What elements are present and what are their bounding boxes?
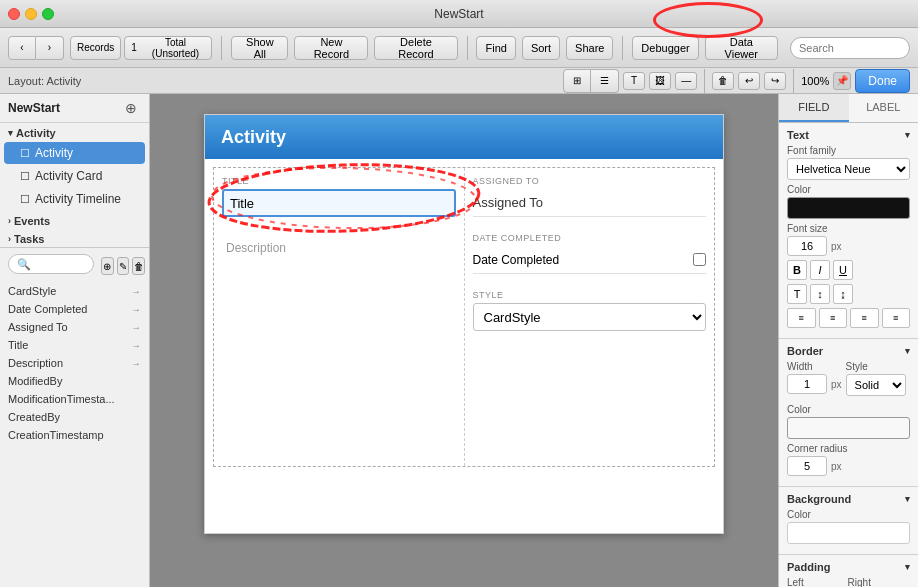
redo-button[interactable]: ↪	[764, 72, 786, 90]
padding-section-header[interactable]: Padding ▾	[787, 561, 910, 573]
background-section-header[interactable]: Background ▾	[787, 493, 910, 505]
border-color-swatch[interactable]	[787, 417, 910, 439]
fields-search-input[interactable]	[8, 254, 94, 274]
tab-label[interactable]: LABEL	[849, 94, 919, 122]
background-section-arrow: ▾	[905, 494, 910, 504]
field-item-createdby[interactable]: CreatedBy	[0, 408, 149, 426]
style-select[interactable]: CardStyle	[473, 303, 707, 331]
right-panel-tabs: FIELD LABEL	[779, 94, 918, 123]
line-height-button[interactable]: ↕	[810, 284, 830, 304]
sidebar-item-activity-timeline[interactable]: ☐ Activity Timeline	[4, 188, 145, 210]
done-button[interactable]: Done	[855, 69, 910, 93]
share-button[interactable]: Share	[566, 36, 613, 60]
sidebar-section-events[interactable]: › Events	[0, 211, 149, 229]
align-left-button[interactable]: ≡	[787, 308, 816, 328]
border-width-input[interactable]	[787, 374, 827, 394]
search-input[interactable]	[790, 37, 910, 59]
sidebar-section-tasks[interactable]: › Tasks	[0, 229, 149, 247]
text-section-header[interactable]: Text ▾	[787, 129, 910, 141]
grid-view-button[interactable]: ⊞	[563, 69, 591, 93]
font-family-select[interactable]: Helvetica Neue	[787, 158, 910, 180]
corner-radius-row: px	[787, 456, 910, 476]
sidebar-section-activity[interactable]: ▾ Activity	[0, 123, 149, 141]
debugger-button[interactable]: Debugger	[632, 36, 698, 60]
field-item-cardstyle[interactable]: CardStyle→	[0, 282, 149, 300]
description-field: Description	[222, 233, 456, 263]
corner-radius-input[interactable]	[787, 456, 827, 476]
zoom-pin-button[interactable]: 📌	[833, 72, 851, 90]
records-button[interactable]: Records	[70, 36, 121, 60]
sidebar-add-button[interactable]: ⊕	[125, 100, 141, 116]
sidebar-item-activity-card-label: Activity Card	[35, 169, 102, 183]
field-item-modifiedby[interactable]: ModifiedBy	[0, 372, 149, 390]
border-section-header[interactable]: Border ▾	[787, 345, 910, 357]
field-item-description[interactable]: Description→	[0, 354, 149, 372]
sidebar-item-activity-card[interactable]: ☐ Activity Card	[4, 165, 145, 187]
tasks-arrow-icon: ›	[8, 234, 11, 244]
right-panel: FIELD LABEL Text ▾ Font family Helvetica…	[778, 94, 918, 587]
align-center-button[interactable]: ≡	[819, 308, 848, 328]
delete-field-button[interactable]: 🗑	[132, 257, 145, 275]
underline-button[interactable]: U	[833, 260, 853, 280]
sep2	[467, 36, 468, 60]
font-size-label: Font size	[787, 223, 910, 234]
border-style-select[interactable]: Solid	[846, 374, 906, 396]
line-tool-button[interactable]: —	[675, 72, 697, 90]
text-tool-button[interactable]: T	[623, 72, 645, 90]
padding-section-title: Padding	[787, 561, 830, 573]
tab-field[interactable]: FIELD	[779, 94, 849, 122]
text-section-arrow: ▾	[905, 130, 910, 140]
assigned-to-field: ASSIGNED TO Assigned To	[473, 176, 707, 217]
date-completed-checkbox[interactable]	[693, 253, 706, 266]
italic-button[interactable]: I	[810, 260, 830, 280]
field-item-title[interactable]: Title→	[0, 336, 149, 354]
delete-tool-button[interactable]: 🗑	[712, 72, 734, 90]
back-button[interactable]: ‹	[8, 36, 36, 60]
style-field: STYLE CardStyle	[473, 290, 707, 331]
maximize-button[interactable]	[42, 8, 54, 20]
text-align-row: ≡ ≡ ≡ ≡	[787, 308, 910, 328]
sep1	[221, 36, 222, 60]
text-section: Text ▾ Font family Helvetica Neue Color …	[779, 123, 918, 339]
activity-canvas-title: Activity	[221, 127, 286, 148]
align-right-button[interactable]: ≡	[850, 308, 879, 328]
activity-section-label: Activity	[16, 127, 56, 139]
field-item-datecompleted[interactable]: Date Completed→	[0, 300, 149, 318]
background-section: Background ▾ Color	[779, 487, 918, 555]
title-input[interactable]	[222, 189, 456, 217]
font-size-input[interactable]	[787, 236, 827, 256]
list-view-button[interactable]: ☰	[591, 69, 619, 93]
close-button[interactable]	[8, 8, 20, 20]
field-item-assignedto[interactable]: Assigned To→	[0, 318, 149, 336]
image-tool-button[interactable]: 🖼	[649, 72, 671, 90]
find-button[interactable]: Find	[476, 36, 515, 60]
sidebar-item-activity[interactable]: ☐ Activity	[4, 142, 145, 164]
fields-section: ⊕ ✎ 🗑 CardStyle→ Date Completed→ Assigne…	[0, 247, 149, 444]
align-justify-button[interactable]: ≡	[882, 308, 911, 328]
minimize-button[interactable]	[25, 8, 37, 20]
undo-button[interactable]: ↩	[738, 72, 760, 90]
field-item-creationtimestamp[interactable]: CreationTimestamp	[0, 426, 149, 444]
layout-tools: ⊞ ☰ T 🖼 — 🗑 ↩ ↪ 100% 📌 Done	[563, 69, 910, 93]
spacing-button[interactable]: ↨	[833, 284, 853, 304]
form-right: ASSIGNED TO Assigned To DATE COMPLETED D…	[465, 168, 715, 466]
layout-label: Layout: Activity	[8, 75, 81, 87]
delete-record-button[interactable]: Delete Record	[374, 36, 457, 60]
toolbar: ‹ › Records 1 Total (Unsorted) Show All …	[0, 28, 918, 68]
bold-button[interactable]: B	[787, 260, 807, 280]
background-color-swatch[interactable]	[787, 522, 910, 544]
text-style-button[interactable]: T	[787, 284, 807, 304]
data-viewer-button[interactable]: Data Viewer	[705, 36, 778, 60]
add-field-button[interactable]: ⊕	[101, 257, 114, 275]
total-button[interactable]: 1 Total (Unsorted)	[124, 36, 212, 60]
new-record-button[interactable]: New Record	[294, 36, 368, 60]
corner-radius-label: Corner radius	[787, 443, 910, 454]
canvas-area[interactable]: Activity TITLE Description	[150, 94, 778, 587]
border-width-unit: px	[831, 379, 842, 390]
forward-button[interactable]: ›	[36, 36, 64, 60]
sort-button[interactable]: Sort	[522, 36, 560, 60]
text-color-swatch[interactable]	[787, 197, 910, 219]
edit-field-button[interactable]: ✎	[117, 257, 130, 275]
field-item-modificationtimesta[interactable]: ModificationTimesta...	[0, 390, 149, 408]
show-all-button[interactable]: Show All	[231, 36, 288, 60]
